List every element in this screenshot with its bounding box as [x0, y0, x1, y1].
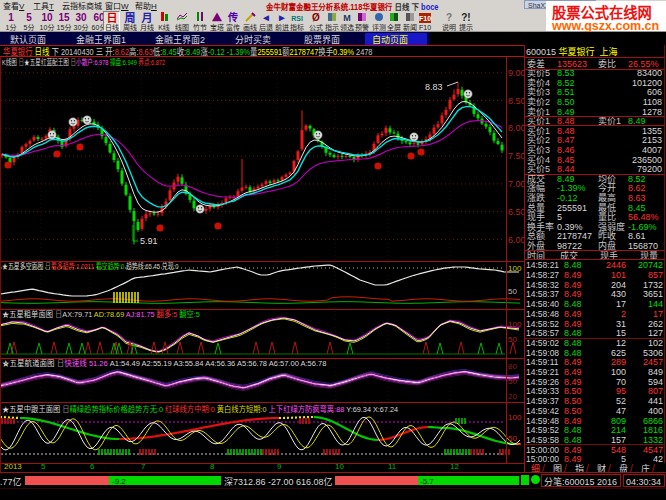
svg-text:12: 12 [450, 460, 459, 471]
svg-text:8.50: 8.50 [508, 94, 525, 107]
svg-text:10: 10 [335, 460, 344, 471]
svg-text:5.91: 5.91 [140, 234, 158, 247]
svg-text:2013: 2013 [4, 460, 22, 471]
svg-text:6: 6 [90, 460, 95, 471]
svg-text:100: 100 [508, 262, 522, 273]
svg-text:9.00: 9.00 [508, 66, 525, 79]
svg-text:8.83: 8.83 [425, 80, 443, 93]
svg-text:9: 9 [277, 460, 282, 471]
svg-text:7.00: 7.00 [508, 177, 525, 190]
svg-text:11: 11 [388, 460, 397, 471]
svg-text:100: 100 [508, 411, 522, 422]
svg-text:5: 5 [41, 460, 46, 471]
svg-text:50: 50 [508, 432, 517, 443]
svg-text:7: 7 [141, 460, 146, 471]
svg-text:50: 50 [508, 285, 517, 296]
svg-text:50: 50 [508, 375, 517, 386]
svg-text:20: 20 [508, 390, 517, 401]
svg-text:50: 50 [508, 333, 517, 344]
svg-text:80: 80 [508, 360, 517, 371]
svg-text:6.50: 6.50 [508, 205, 525, 218]
svg-text:100: 100 [508, 318, 522, 329]
svg-text:8: 8 [210, 460, 215, 471]
svg-text:8.00: 8.00 [508, 121, 525, 134]
svg-text:6.00: 6.00 [508, 233, 525, 246]
svg-text:7.50: 7.50 [508, 149, 525, 162]
